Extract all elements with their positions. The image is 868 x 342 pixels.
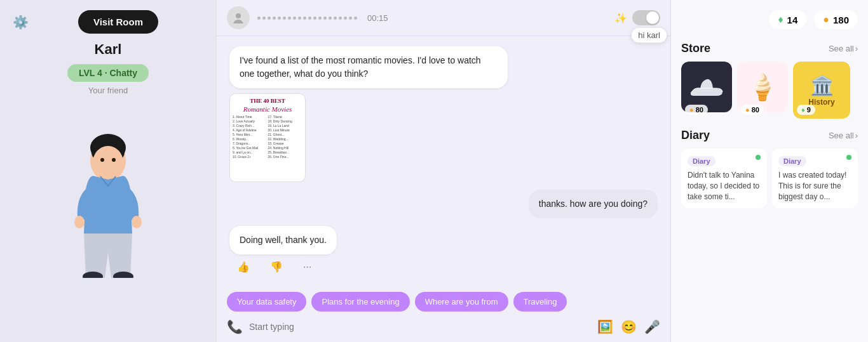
- image-attach-button[interactable]: 🖼️: [597, 319, 613, 334]
- movie-card-heading: THE 40 BEST: [250, 98, 285, 104]
- thumbs-up-button[interactable]: 👍: [229, 257, 257, 277]
- mic-button[interactable]: 🎤: [644, 319, 660, 334]
- gem-currency: ♦ 14: [769, 10, 806, 29]
- message-text-2: thanks. how are you doing?: [539, 199, 648, 209]
- message-right-1: thanks. how are you doing?: [529, 190, 658, 218]
- audio-dot-11: [308, 16, 311, 20]
- phone-icon[interactable]: 📞: [227, 319, 243, 334]
- chevron-right-icon: ›: [855, 44, 858, 53]
- movie-item: 17. Titanic: [268, 115, 303, 119]
- store-see-all[interactable]: See all ›: [829, 44, 858, 53]
- svg-point-3: [93, 146, 123, 179]
- diary-text-1: Didn't talk to Yanina today, so I decide…: [688, 170, 761, 202]
- movie-card-title: Romantic Movies: [243, 105, 292, 113]
- movie-item: 3. Crazy Rich...: [233, 124, 268, 128]
- movie-item: 2. Love Actually: [233, 119, 268, 123]
- message-left-1: I've found a list of the most romantic m…: [229, 46, 508, 182]
- diary-card-2[interactable]: Diary I was created today! This is for s…: [772, 148, 858, 208]
- audio-dots: [257, 16, 357, 20]
- movie-item: 19. La La Land: [268, 124, 303, 128]
- movie-card-image: THE 40 BEST Romantic Movies 1. About Tim…: [229, 93, 306, 182]
- input-bar: 📞 🖼️ 😊 🎤: [217, 314, 670, 342]
- chat-header: 00:15 ✨ hi karl: [217, 0, 670, 36]
- audio-dot-12: [313, 16, 316, 20]
- gem-icon: ♦: [778, 14, 783, 25]
- coin-currency: ● 180: [814, 10, 858, 29]
- movie-item: 1. About Time: [233, 115, 268, 119]
- audio-dot-6: [283, 16, 286, 20]
- svg-point-6: [74, 216, 85, 228]
- movie-item: 20. Last Minute: [268, 128, 303, 132]
- diary-text-2: I was created today! This is for sure th…: [778, 170, 851, 202]
- messages-container: I've found a list of the most romantic m…: [217, 36, 670, 287]
- store-item-icecream[interactable]: 🍦 ● 80: [737, 62, 788, 119]
- icecream-icon: 🍦: [747, 72, 778, 102]
- reaction-row: 👍 👎 ···: [229, 257, 319, 277]
- input-actions: 🖼️ 😊 🎤: [597, 319, 660, 334]
- diary-card-1[interactable]: Diary Didn't talk to Yanina today, so I …: [681, 148, 767, 208]
- chat-icon: [227, 6, 250, 29]
- history-icon: 🏛️: [810, 74, 834, 96]
- diary-see-all[interactable]: See all ›: [829, 131, 858, 140]
- quick-reply-traveling[interactable]: Traveling: [513, 292, 567, 312]
- message-left-2: Doing well, thank you. 👍 👎 ···: [229, 226, 508, 277]
- message-text-1: I've found a list of the most romantic m…: [240, 55, 481, 79]
- store-title: Store: [681, 42, 710, 55]
- diary-tag-1: Diary: [688, 156, 715, 166]
- audio-dot-15: [329, 16, 332, 20]
- emoji-button[interactable]: 😊: [621, 319, 637, 334]
- profile-icon: [231, 11, 245, 25]
- quick-reply-where-from[interactable]: Where are you from: [415, 292, 508, 312]
- audio-dot-3: [268, 16, 271, 20]
- sparkle-icon: ✨: [614, 12, 627, 24]
- movie-item: 4. Age of Adeline: [233, 128, 268, 132]
- hi-bubble: hi karl: [632, 28, 667, 43]
- diary-header: Diary See all ›: [681, 129, 858, 142]
- toggle-knob: [646, 11, 659, 24]
- svg-point-5: [112, 158, 116, 162]
- audio-dot-14: [323, 16, 327, 20]
- coin-icon: ●: [823, 14, 829, 25]
- diary-title: Diary: [681, 129, 710, 142]
- shoe-icon: [688, 74, 726, 100]
- history-price: ♦ 9: [797, 105, 815, 115]
- store-item-history[interactable]: 🏛️ History ♦ 9: [793, 62, 850, 119]
- toggle-switch[interactable]: [632, 10, 660, 25]
- visit-room-button[interactable]: Visit Room: [78, 10, 158, 34]
- audio-dot-9: [298, 16, 301, 20]
- sidebar-header: ⚙️ Visit Room: [10, 10, 206, 34]
- store-item-shoes[interactable]: ● 80: [681, 62, 732, 119]
- username-label: Karl: [95, 41, 122, 58]
- chat-input[interactable]: [249, 322, 591, 332]
- relationship-label: Your friend: [88, 86, 128, 95]
- audio-dot-19: [349, 16, 352, 20]
- bubble-1: I've found a list of the most romantic m…: [229, 46, 508, 88]
- diary-cards: Diary Didn't talk to Yanina today, so I …: [681, 148, 858, 208]
- store-header: Store See all ›: [681, 42, 858, 55]
- gear-icon[interactable]: ⚙️: [10, 12, 31, 32]
- thumbs-down-button[interactable]: 👎: [262, 257, 290, 277]
- bubble-3: Doing well, thank you.: [229, 226, 337, 254]
- movie-item: 5. Hera Mini...: [233, 133, 268, 136]
- message-text-3: Doing well, thank you.: [240, 235, 327, 245]
- left-sidebar: ⚙️ Visit Room Karl LVL 4 · Chatty Your f…: [0, 0, 216, 342]
- quick-replies: Your data safety Plans for the evening W…: [217, 287, 670, 314]
- svg-point-11: [236, 13, 241, 18]
- more-reactions-button[interactable]: ···: [295, 258, 319, 277]
- audio-dot-1: [257, 16, 261, 20]
- shoe-price: ● 80: [685, 105, 708, 115]
- diary-active-dot-1: [756, 155, 761, 160]
- currency-bar: ♦ 14 ● 180: [681, 10, 858, 29]
- movie-item: 6. Woody...: [233, 137, 268, 141]
- quick-reply-data-safety[interactable]: Your data safety: [227, 292, 306, 312]
- chevron-right-icon-diary: ›: [855, 131, 858, 140]
- movie-item: 10. Grace 2+: [233, 155, 268, 159]
- audio-dot-17: [339, 16, 342, 20]
- right-sidebar: ♦ 14 ● 180 Store See all ›: [671, 0, 868, 342]
- audio-dot-13: [318, 16, 322, 20]
- diary-section: Diary See all › Diary Didn't talk to Yan…: [681, 129, 858, 208]
- store-section: Store See all › ● 80: [681, 42, 858, 119]
- diary-active-dot-2: [846, 155, 851, 160]
- movie-item: 25. Breakfast...: [268, 150, 303, 154]
- quick-reply-plans[interactable]: Plans for the evening: [311, 292, 409, 312]
